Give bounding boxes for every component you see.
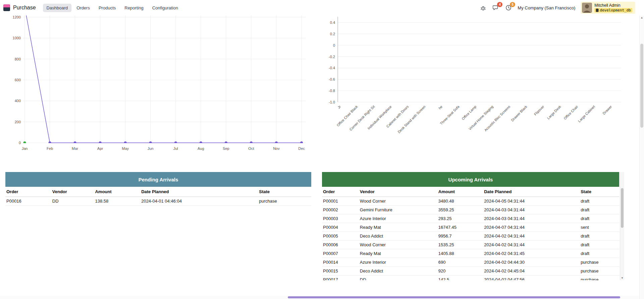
table-row[interactable]: P00007Ready Mat1405.882024-04-02 04:31:4… xyxy=(322,249,619,258)
scroll-down-arrow-icon[interactable]: ▼ xyxy=(620,276,624,280)
user-text: Mitchell Admin development_db xyxy=(594,3,632,13)
svg-text:Flipover: Flipover xyxy=(533,104,545,116)
cell: Gemini Furniture xyxy=(359,207,437,212)
menu-products[interactable]: Products xyxy=(95,4,119,12)
svg-text:he: he xyxy=(438,104,443,110)
table-row[interactable]: P00004Ready Mat16747.452024-04-07 04:31:… xyxy=(322,223,619,232)
cell: Deco Addict xyxy=(359,233,437,239)
cell: 142.5 xyxy=(437,277,483,280)
svg-text:Dec: Dec xyxy=(298,146,305,151)
cell: 2024-04-02 04:31:44 xyxy=(483,233,580,239)
cell: draft xyxy=(580,233,619,239)
table-row[interactable]: P00017DD142.52024-04-02 04:47:56purchase xyxy=(322,275,619,280)
company-switcher[interactable]: My Company (San Francisco) xyxy=(518,5,575,10)
cell: P00006 xyxy=(322,242,359,247)
pending-arrivals-title: Pending Arrivals xyxy=(5,172,311,187)
cell: Azure Interior xyxy=(359,216,437,221)
table-row[interactable]: P00001Wood Corner3480.482024-04-05 04:31… xyxy=(322,197,619,206)
svg-text:-0.2: -0.2 xyxy=(329,55,335,59)
svg-text:1200: 1200 xyxy=(13,15,21,19)
svg-text:Feb: Feb xyxy=(47,146,53,151)
cell: draft xyxy=(580,251,619,256)
svg-text:400: 400 xyxy=(15,99,21,103)
page-horizontal-scrollbar[interactable] xyxy=(0,296,639,299)
column-header-state: State xyxy=(258,189,311,194)
messages-badge: 4 xyxy=(497,2,502,7)
table-row[interactable]: P00006Wood Corner1535.252024-04-02 04:31… xyxy=(322,241,619,249)
database-badge: development_db xyxy=(594,8,632,13)
upcoming-scrollbar-thumb[interactable] xyxy=(621,188,624,228)
table-row[interactable]: P00003Azure Interior293.252024-04-03 04:… xyxy=(322,214,619,223)
cell: 920 xyxy=(437,268,483,273)
svg-text:Jun: Jun xyxy=(148,146,154,151)
svg-text:800: 800 xyxy=(15,57,21,61)
svg-text:200: 200 xyxy=(15,120,21,124)
cell: 2024-04-07 04:31:44 xyxy=(483,225,580,230)
apps-grid-icon[interactable] xyxy=(3,4,10,11)
activities-icon[interactable]: 5 xyxy=(505,4,512,11)
user-menu[interactable]: Mitchell Admin development_db xyxy=(581,2,635,14)
svg-text:Drawer Black: Drawer Black xyxy=(510,104,528,122)
table-row[interactable]: P00002Gemini Furniture3559.252024-04-03 … xyxy=(322,206,619,214)
upcoming-rows: P00001Wood Corner3480.482024-04-05 04:31… xyxy=(322,197,619,280)
menu-orders[interactable]: Orders xyxy=(73,4,94,12)
cell: draft xyxy=(580,216,619,221)
messages-icon[interactable]: 4 xyxy=(492,4,499,11)
column-header-order: Order xyxy=(322,189,359,194)
activities-badge: 5 xyxy=(510,2,515,7)
horizontal-scrollbar-thumb[interactable] xyxy=(288,296,620,298)
nav-right: 4 5 My Company (San Francisco) Mitchell … xyxy=(479,2,641,14)
menu-configuration[interactable]: Configuration xyxy=(149,4,182,12)
cell: purchase xyxy=(258,199,311,204)
svg-text:0.2: 0.2 xyxy=(330,32,335,36)
cell: P00007 xyxy=(322,251,359,256)
svg-text:Drawer: Drawer xyxy=(602,104,613,116)
upcoming-column-headers: OrderVendorAmountDate PlannedState xyxy=(322,187,619,197)
cell: 690 xyxy=(437,260,483,265)
cell: purchase xyxy=(580,277,619,280)
app-name[interactable]: Purchase xyxy=(13,5,36,11)
upcoming-table-scrollbar[interactable]: ▼ xyxy=(620,172,624,280)
column-header-amount: Amount xyxy=(94,189,140,194)
cell: purchase xyxy=(580,260,619,265)
svg-text:Jr: Jr xyxy=(337,104,342,110)
cell: 138.58 xyxy=(94,199,140,204)
svg-text:Jan: Jan xyxy=(22,146,28,151)
cell: DD xyxy=(359,277,437,280)
table-row[interactable]: P00014Azure Interior6902024-04-02 04:44:… xyxy=(322,258,619,267)
cell: draft xyxy=(580,207,619,212)
svg-text:May: May xyxy=(122,146,129,151)
table-row[interactable]: P00005Deco Addict9956.72024-04-02 04:31:… xyxy=(322,232,619,241)
column-header-order: Order xyxy=(5,189,51,194)
cell: P00002 xyxy=(322,207,359,212)
top-nav: Purchase Dashboard Orders Products Repor… xyxy=(0,0,644,15)
svg-text:-0.8: -0.8 xyxy=(329,89,335,93)
table-row[interactable]: P00015Deco Addict9202024-04-02 04:45:04p… xyxy=(322,267,619,275)
cell: 9956.7 xyxy=(437,233,483,239)
cell: P00001 xyxy=(322,199,359,204)
cell: P00004 xyxy=(322,225,359,230)
pending-arrivals-table: Pending Arrivals OrderVendorAmountDate P… xyxy=(5,172,311,279)
cell: draft xyxy=(580,199,619,204)
page-scrollbar-thumb[interactable] xyxy=(640,44,643,128)
cell: 3480.48 xyxy=(437,199,483,204)
scroll-up-arrow-icon[interactable]: ▲ xyxy=(640,16,644,19)
page-vertical-scrollbar[interactable]: ▲ xyxy=(639,15,644,299)
upcoming-arrivals-table: Upcoming Arrivals OrderVendorAmountDate … xyxy=(322,172,619,280)
cell: 1535.25 xyxy=(437,242,483,247)
svg-text:0: 0 xyxy=(19,141,21,145)
menu-dashboard[interactable]: Dashboard xyxy=(43,4,72,12)
cell: Deco Addict xyxy=(359,268,437,273)
table-row[interactable]: P00016DD138.582024-04-01 04:46:04purchas… xyxy=(5,197,311,206)
svg-text:Large Desk: Large Desk xyxy=(546,104,562,120)
svg-text:Jul: Jul xyxy=(173,146,178,151)
menu-reporting[interactable]: Reporting xyxy=(121,4,147,12)
svg-text:-1.0: -1.0 xyxy=(329,100,335,104)
column-header-date-planned: Date Planned xyxy=(483,189,580,194)
svg-text:600: 600 xyxy=(15,78,21,82)
column-header-state: State xyxy=(580,189,619,194)
column-header-date-planned: Date Planned xyxy=(140,189,258,194)
nav-left: Purchase Dashboard Orders Products Repor… xyxy=(3,4,182,12)
debug-icon[interactable] xyxy=(479,4,487,11)
cell: P00005 xyxy=(322,233,359,239)
